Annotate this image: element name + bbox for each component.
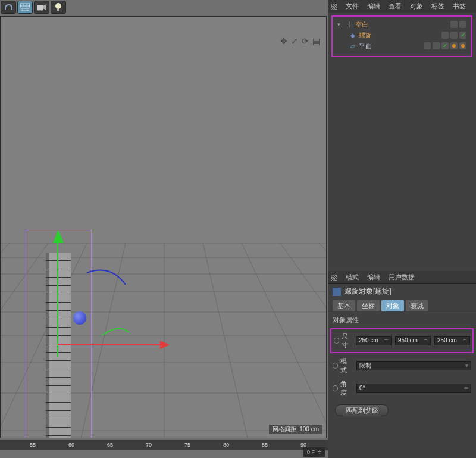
- angle-row: 角度 0°≑: [328, 377, 476, 400]
- tab-coord[interactable]: 坐标: [357, 300, 380, 311]
- nav-menu-icon[interactable]: ▤: [312, 36, 320, 46]
- nav-rotate-icon[interactable]: ⟳: [302, 36, 309, 46]
- ruler-tick: 80: [223, 442, 229, 448]
- attribute-manager: 模式 编辑 用户数据 螺旋对象[螺旋] 基本 坐标 对象 衰减 对象属性 尺寸 …: [328, 271, 476, 421]
- layer-tag-icon[interactable]: [424, 42, 431, 49]
- svg-rect-8: [57, 9, 60, 11]
- tree-label[interactable]: 空白: [355, 20, 368, 29]
- object-type-icon: [333, 288, 341, 296]
- rotation-handles[interactable]: [84, 264, 137, 341]
- axis-y[interactable]: [57, 238, 58, 357]
- top-toolbar: [0, 0, 67, 14]
- size-label: 尺寸: [334, 332, 352, 350]
- tree-label[interactable]: 平面: [359, 42, 372, 51]
- tool-shape-icon[interactable]: [1, 1, 16, 14]
- spinner-icon: ≑: [423, 337, 428, 345]
- object-tree-highlight: ▾ ⎿ 空白 ◆ 螺旋 ✓ ▱ 平面 ✓: [331, 15, 472, 57]
- viewport-3d[interactable]: ✥ ⤢ ⟳ ▤: [0, 16, 327, 438]
- menu-view[interactable]: 查看: [389, 2, 402, 11]
- tool-light-icon[interactable]: [51, 1, 66, 14]
- axis-x-arrow-icon[interactable]: [160, 341, 170, 349]
- visibility-tag-icon[interactable]: [450, 32, 458, 39]
- layer-tag-icon[interactable]: [441, 32, 449, 39]
- section-object-props: 对象属性: [328, 313, 476, 327]
- mode-row: 模式 限制▾: [328, 354, 476, 377]
- fit-to-parent-button[interactable]: 匹配到父级: [335, 404, 389, 416]
- tree-label[interactable]: 螺旋: [359, 31, 372, 40]
- attr-object-title: 螺旋对象[螺旋]: [328, 284, 476, 299]
- extra-tag-icon[interactable]: [459, 42, 466, 49]
- nav-zoom-icon[interactable]: ⤢: [291, 36, 298, 46]
- nav-move-icon[interactable]: ✥: [280, 36, 287, 46]
- menu-mode[interactable]: 模式: [346, 273, 359, 282]
- menu-tag[interactable]: 标签: [431, 2, 444, 11]
- ruler-tick: 75: [184, 442, 190, 448]
- visibility-tag-icon[interactable]: [433, 42, 440, 49]
- menu-file[interactable]: 文件: [346, 2, 359, 11]
- keyframe-radio-icon[interactable]: [334, 338, 339, 344]
- object-manager-menubar: 文件 编辑 查看 对象 标签 书签: [328, 0, 476, 13]
- tool-grid-icon[interactable]: [17, 1, 33, 14]
- tab-object[interactable]: 对象: [381, 300, 404, 311]
- menu-edit2[interactable]: 编辑: [367, 273, 380, 282]
- menu-object[interactable]: 对象: [410, 2, 423, 11]
- mode-label: 模式: [333, 357, 353, 375]
- spinner-icon: ≑: [384, 337, 389, 345]
- phong-tag-icon[interactable]: [450, 42, 458, 49]
- attr-tabs: 基本 坐标 对象 衰减: [328, 299, 476, 313]
- viewport-nav-icons[interactable]: ✥ ⤢ ⟳ ▤: [280, 36, 320, 46]
- menu-userdata[interactable]: 用户数据: [389, 273, 415, 282]
- ruler-tick: 65: [107, 442, 113, 448]
- panel-grip-icon[interactable]: [331, 4, 337, 10]
- axis-z-handle-icon[interactable]: [73, 311, 86, 325]
- keyframe-radio-icon[interactable]: [333, 363, 338, 369]
- enable-check-icon[interactable]: ✓: [459, 32, 466, 39]
- tree-row-plane[interactable]: ▱ 平面 ✓: [334, 40, 470, 51]
- mode-select[interactable]: 限制▾: [356, 361, 471, 370]
- helix-object[interactable]: [46, 253, 71, 438]
- frame-readout[interactable]: 0 F: [303, 447, 325, 457]
- ruler-tick: 85: [262, 442, 268, 448]
- menu-edit[interactable]: 编辑: [367, 2, 380, 11]
- svg-point-6: [40, 10, 43, 11]
- attr-title-text: 螺旋对象[螺旋]: [345, 286, 392, 297]
- tab-decay[interactable]: 衰减: [406, 300, 428, 311]
- grid-spacing-label: 网格间距: 100 cm: [269, 425, 322, 434]
- expand-toggle-icon[interactable]: ▾: [337, 21, 343, 27]
- angle-field[interactable]: 0°≑: [356, 384, 471, 393]
- svg-line-23: [203, 243, 250, 438]
- timeline-ruler[interactable]: 55 60 65 70 75 80 85 90: [0, 440, 328, 450]
- keyframe-radio-icon[interactable]: [333, 385, 338, 391]
- null-object-icon: ⎿: [346, 21, 353, 28]
- tab-base[interactable]: 基本: [333, 300, 355, 311]
- axis-y-arrow-icon[interactable]: [53, 230, 64, 243]
- enable-check-icon[interactable]: ✓: [441, 42, 449, 49]
- svg-point-5: [37, 10, 40, 11]
- tree-row-helix[interactable]: ◆ 螺旋 ✓: [334, 30, 470, 40]
- size-x-field[interactable]: 250 cm≑: [356, 336, 392, 345]
- size-row-highlight: 尺寸 250 cm≑ 950 cm≑ 250 cm≑: [330, 328, 474, 353]
- dropdown-icon: ▾: [465, 362, 468, 370]
- panel-grip-icon[interactable]: [331, 275, 337, 281]
- size-z-field[interactable]: 250 cm≑: [434, 336, 470, 345]
- attr-menubar: 模式 编辑 用户数据: [328, 271, 476, 284]
- svg-line-24: [242, 243, 327, 438]
- spinner-icon: ≑: [464, 384, 468, 392]
- tool-camera-icon[interactable]: [34, 1, 49, 14]
- axis-x[interactable]: [58, 344, 165, 345]
- svg-rect-4: [37, 5, 43, 10]
- visibility-tag-icon[interactable]: [459, 21, 466, 28]
- ruler-tick: 70: [146, 442, 152, 448]
- svg-line-22: [1, 243, 10, 438]
- svg-point-7: [55, 3, 61, 9]
- ruler-tick: 60: [68, 442, 74, 448]
- plane-icon: ▱: [349, 42, 356, 49]
- layer-tag-icon[interactable]: [450, 21, 458, 28]
- spinner-icon: ≑: [462, 337, 467, 345]
- size-y-field[interactable]: 950 cm≑: [395, 336, 431, 345]
- angle-label: 角度: [333, 379, 353, 397]
- ruler-tick: 55: [30, 442, 36, 448]
- menu-bookmark[interactable]: 书签: [453, 2, 466, 11]
- deformer-icon: ◆: [349, 32, 356, 39]
- tree-row-null[interactable]: ▾ ⎿ 空白: [334, 19, 470, 30]
